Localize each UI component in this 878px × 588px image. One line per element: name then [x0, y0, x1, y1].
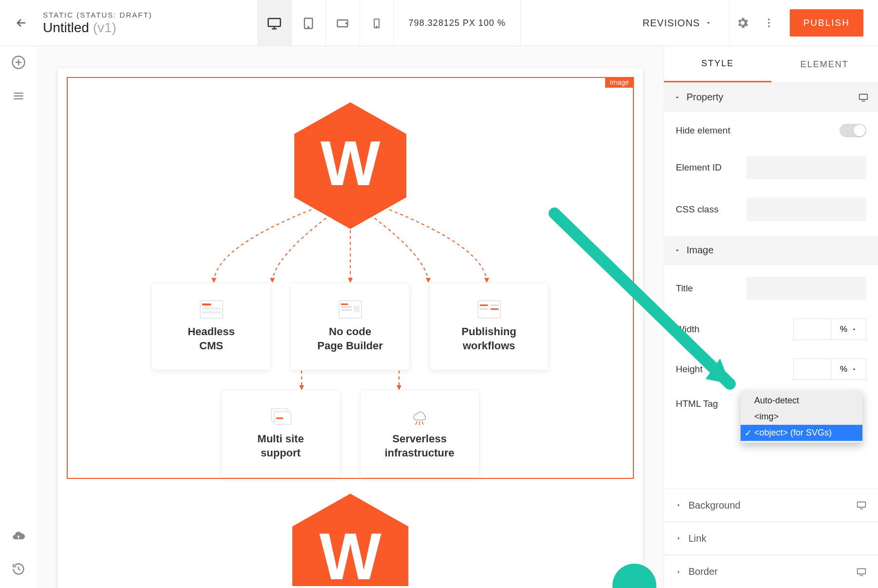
caret-down-icon — [851, 366, 857, 372]
height-input[interactable] — [793, 359, 831, 380]
logo-hexagon: W — [289, 97, 411, 234]
caret-down-icon — [674, 94, 681, 101]
tab-style[interactable]: STYLE — [664, 46, 771, 82]
svg-point-8 — [768, 22, 770, 24]
svg-rect-35 — [859, 94, 868, 99]
device-tablet-landscape[interactable] — [325, 0, 360, 46]
svg-rect-14 — [202, 303, 211, 305]
html-tag-dropdown[interactable]: Auto-detect <img> <object> (for SVGs) — [741, 391, 862, 443]
title-text: Untitled — [43, 20, 89, 35]
dropdown-option[interactable]: <img> — [741, 409, 862, 425]
more-vertical-icon — [763, 17, 775, 29]
settings-button[interactable] — [729, 0, 756, 46]
device-group — [257, 0, 394, 46]
section-property-header[interactable]: Property — [664, 83, 878, 112]
title-block: STATIC (STATUS: DRAFT) Untitled (v1) — [38, 0, 153, 46]
canvas-dimensions: 798.328125 PX 100 % — [394, 0, 521, 46]
device-mobile[interactable] — [360, 0, 394, 46]
revisions-dropdown[interactable]: REVISIONS — [626, 0, 729, 46]
device-icon — [859, 93, 868, 102]
image-title-input[interactable] — [746, 277, 866, 300]
caret-right-icon — [676, 502, 682, 508]
unit-text: % — [840, 364, 847, 374]
svg-rect-21 — [354, 305, 360, 312]
section-property-body: Hide element Element ID CSS class — [664, 112, 878, 236]
section-image-header[interactable]: Image — [664, 236, 878, 265]
section-title: Background — [688, 500, 741, 511]
prop-label: Hide element — [676, 125, 746, 136]
card-page-builder: No codePage Builder — [290, 283, 410, 370]
section-title: Border — [688, 566, 718, 577]
section-title: Property — [687, 92, 724, 103]
prop-label: CSS class — [676, 204, 746, 215]
svg-rect-37 — [858, 569, 866, 574]
tab-element[interactable]: ELEMENT — [771, 46, 878, 82]
hide-toggle[interactable] — [840, 124, 866, 137]
width-input[interactable] — [793, 319, 831, 340]
dropdown-option[interactable]: Auto-detect — [741, 393, 862, 409]
svg-point-4 — [346, 23, 347, 24]
dropdown-option[interactable]: <object> (for SVGs) — [741, 425, 862, 441]
caret-down-icon — [851, 326, 857, 332]
revisions-label: REVISIONS — [643, 18, 700, 29]
cloud-upload-icon — [12, 529, 25, 543]
card-serverless: Serverlessinfrastructure — [360, 390, 479, 477]
caret-right-icon — [676, 569, 682, 575]
card-label: Publishingworkflows — [461, 325, 516, 353]
card-label: No codePage Builder — [317, 325, 382, 353]
prop-width: Width % — [676, 319, 866, 340]
prop-label: Title — [676, 283, 746, 294]
second-image-block: W — [67, 489, 634, 586]
card-workflows: Publishingworkflows — [429, 283, 549, 370]
right-panel: STYLE ELEMENT Property Hide element Elem… — [664, 46, 878, 588]
canvas-area[interactable]: Image — [37, 46, 664, 588]
back-button[interactable] — [5, 0, 38, 46]
section-background[interactable]: Background — [664, 489, 878, 522]
card-label: Multi sitesupport — [257, 432, 304, 460]
device-tablet[interactable] — [291, 0, 325, 46]
prop-hide-element: Hide element — [676, 124, 866, 137]
history-button[interactable] — [12, 562, 25, 576]
topbar: STATIC (STATUS: DRAFT) Untitled (v1) 798… — [0, 0, 878, 46]
svg-rect-36 — [858, 502, 866, 507]
svg-text:W: W — [319, 520, 381, 586]
device-desktop[interactable] — [257, 0, 291, 46]
prop-label: HTML Tag — [676, 398, 746, 409]
prop-label: Height — [676, 364, 746, 375]
caret-down-icon — [705, 19, 712, 26]
section-link[interactable]: Link — [664, 522, 878, 555]
svg-rect-29 — [276, 417, 283, 419]
device-icon — [857, 567, 866, 577]
svg-rect-19 — [341, 306, 352, 308]
css-class-input[interactable] — [746, 198, 866, 221]
history-icon — [12, 562, 25, 576]
svg-rect-20 — [341, 309, 352, 311]
section-border[interactable]: Border — [664, 555, 878, 588]
svg-rect-26 — [491, 308, 498, 310]
gear-icon — [736, 16, 749, 30]
publish-button[interactable]: PUBLISH — [790, 9, 863, 37]
right-tabs: STYLE ELEMENT — [664, 46, 878, 83]
more-button[interactable] — [756, 0, 783, 46]
svg-line-32 — [422, 421, 423, 425]
svg-point-7 — [768, 19, 770, 20]
device-icon — [857, 500, 866, 510]
add-button[interactable] — [11, 55, 26, 70]
prop-label: Width — [676, 324, 746, 335]
svg-rect-16 — [202, 311, 221, 314]
page-frame: Image — [58, 68, 643, 588]
svg-rect-15 — [202, 307, 221, 310]
upload-button[interactable] — [12, 529, 25, 543]
card-headless-cms: HeadlessCMS — [152, 283, 271, 370]
svg-rect-23 — [480, 304, 488, 306]
element-id-input[interactable] — [746, 156, 866, 179]
feature-row-1: HeadlessCMS No codePage Builder Publishi… — [68, 283, 633, 370]
card-label: HeadlessCMS — [188, 325, 235, 353]
width-unit-select[interactable]: % — [831, 319, 866, 340]
svg-rect-24 — [480, 308, 488, 310]
height-unit-select[interactable]: % — [831, 359, 866, 380]
layers-button[interactable] — [12, 89, 25, 103]
page-title: Untitled (v1) — [43, 20, 153, 36]
selected-image-block[interactable]: Image — [67, 77, 634, 479]
card-label: Serverlessinfrastructure — [384, 432, 454, 460]
